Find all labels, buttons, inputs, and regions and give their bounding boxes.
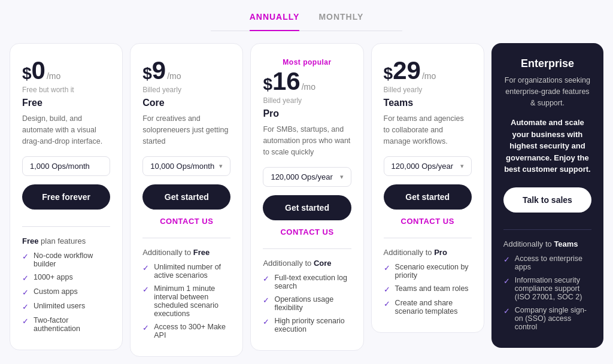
plan-desc-teams: For teams and agencies to collaborate an…: [384, 113, 472, 147]
page-wrapper: ANNUALLY MONTHLY $ 0 /mo Free but worth …: [0, 0, 613, 364]
feature-text-teams-0: Scenario execution by priority: [395, 263, 472, 280]
feature-text-ent-0: Access to enterprise apps: [515, 254, 591, 271]
check-icon-teams-0: ✓: [384, 263, 390, 272]
plan-card-free: $ 0 /mo Free but worth it Free Design, b…: [10, 43, 123, 350]
feature-text-teams-1: Teams and team roles: [395, 284, 469, 293]
ops-value-pro: 120,000 Ops/year: [271, 172, 332, 181]
billed-note-core: Billed yearly: [142, 86, 230, 94]
plan-desc-core: For creatives and solopreneuers just get…: [142, 113, 230, 147]
features-suffix-free: plan features: [38, 236, 86, 245]
features-prefix-pro: Additionally to: [263, 259, 314, 268]
talk-sales-button[interactable]: Talk to sales: [503, 187, 591, 213]
check-icon-pro-0: ✓: [263, 274, 269, 283]
features-header-enterprise: Additionally to Teams: [503, 239, 591, 248]
feature-text-1: 1000+ apps: [34, 273, 73, 281]
plan-name-free: Free: [22, 98, 110, 108]
enterprise-highlight: Automate and scale your business with hi…: [503, 117, 591, 175]
divider-core: [142, 238, 230, 238]
check-icon-1: ✓: [22, 274, 29, 283]
check-icon-2: ✓: [22, 288, 29, 297]
tab-annually[interactable]: ANNUALLY: [250, 12, 300, 26]
check-icon-ent-2: ✓: [503, 307, 510, 316]
check-icon-teams-2: ✓: [384, 299, 390, 308]
contact-us-teams[interactable]: CONTACT US: [384, 217, 472, 226]
ops-selector-core[interactable]: 10,000 Ops/month ▾: [142, 156, 230, 176]
features-header-pro: Additionally to Core: [263, 259, 351, 268]
feature-0-teams: ✓ Scenario execution by priority: [384, 263, 472, 280]
price-dollar-teams: $: [384, 64, 393, 83]
feature-text-pro-1: Operations usage flexibility: [274, 295, 351, 312]
price-row-free: $ 0 /mo: [22, 58, 110, 83]
divider-teams: [384, 238, 472, 238]
price-period-teams: /mo: [422, 71, 436, 81]
check-icon-ent-0: ✓: [503, 255, 510, 264]
cta-button-free[interactable]: Free forever: [22, 184, 110, 210]
most-popular-label: Most popular: [263, 58, 351, 66]
feature-0-core: ✓ Unlimited number of active scenarios: [142, 263, 230, 280]
price-row-pro: $ 16 /mo: [263, 69, 351, 94]
check-icon-0: ✓: [22, 252, 29, 261]
feature-2-teams: ✓ Create and share scenario templates: [384, 299, 472, 316]
price-amount-core: 9: [152, 58, 166, 83]
cta-button-core[interactable]: Get started: [142, 184, 230, 210]
plan-card-pro: Most popular $ 16 /mo Billed yearly Pro …: [250, 43, 363, 351]
plan-desc-pro: For SMBs, startups, and automation pros …: [263, 124, 351, 157]
features-bold-free: Free: [22, 236, 38, 245]
feature-text-pro-0: Full-text execution log search: [274, 274, 351, 290]
features-prefix-enterprise: Additionally to: [503, 239, 554, 248]
enterprise-title: Enterprise: [503, 57, 591, 70]
feature-4-free: ✓ Two-factor authentication: [22, 316, 110, 333]
price-dollar-free: $: [22, 64, 32, 83]
price-period-core: /mo: [167, 71, 181, 81]
feature-text-core-1: Minimum 1 minute interval between schedu…: [154, 284, 230, 318]
feature-text-2: Custom apps: [34, 287, 78, 296]
chevron-down-icon-pro: ▾: [340, 173, 344, 181]
cta-button-teams[interactable]: Get started: [384, 184, 472, 210]
feature-text-teams-2: Create and share scenario templates: [395, 299, 472, 316]
tab-monthly[interactable]: MONTHLY: [318, 12, 363, 26]
features-bold-pro: Core: [314, 259, 332, 268]
feature-text-4: Two-factor authentication: [34, 316, 110, 333]
ops-selector-teams[interactable]: 120,000 Ops/year ▾: [384, 156, 472, 176]
feature-0-free: ✓ No-code workflow builder: [22, 251, 110, 268]
ops-selector-free[interactable]: 1,000 Ops/month: [22, 156, 110, 176]
cards-container: $ 0 /mo Free but worth it Free Design, b…: [10, 43, 603, 357]
feature-text-core-2: Access to 300+ Make API: [154, 323, 230, 339]
check-icon-core-2: ✓: [142, 323, 149, 332]
check-icon-teams-1: ✓: [384, 285, 390, 294]
price-row-core: $ 9 /mo: [142, 58, 230, 83]
feature-text-3: Unlimited users: [34, 302, 85, 310]
cta-button-pro[interactable]: Get started: [263, 195, 351, 220]
price-amount-free: 0: [32, 58, 45, 83]
plan-name-teams: Teams: [384, 98, 472, 108]
price-dollar-pro: $: [263, 75, 272, 94]
price-amount-pro: 16: [272, 69, 301, 94]
feature-0-enterprise: ✓ Access to enterprise apps: [503, 254, 591, 271]
contact-us-core[interactable]: CONTACT US: [142, 217, 230, 226]
chevron-down-icon-teams: ▾: [460, 162, 464, 170]
chevron-down-icon-core: ▾: [219, 162, 223, 170]
feature-text-ent-1: Information security compliance support …: [515, 276, 591, 301]
ops-value-teams: 120,000 Ops/year: [392, 162, 453, 171]
ops-value-free: 1,000 Ops/month: [30, 162, 90, 171]
plan-card-teams: $ 29 /mo Billed yearly Teams For teams a…: [371, 43, 484, 333]
check-icon-pro-2: ✓: [263, 317, 269, 326]
contact-us-pro[interactable]: CONTACT US: [263, 228, 351, 236]
check-icon-4: ✓: [22, 317, 29, 326]
billed-note-free: Free but worth it: [22, 86, 110, 94]
feature-3-free: ✓ Unlimited users: [22, 302, 110, 311]
price-period-pro: /mo: [302, 82, 315, 92]
feature-text-pro-2: High priority scenario execution: [274, 317, 351, 333]
price-dollar-core: $: [142, 64, 152, 83]
price-row-teams: $ 29 /mo: [384, 58, 472, 83]
check-icon-ent-1: ✓: [503, 277, 510, 286]
feature-1-teams: ✓ Teams and team roles: [384, 284, 472, 294]
feature-1-enterprise: ✓ Information security compliance suppor…: [503, 276, 591, 301]
ops-value-core: 10,000 Ops/month: [150, 162, 214, 171]
features-bold-enterprise: Teams: [554, 239, 578, 248]
plan-desc-free: Design, build, and automate with a visua…: [22, 113, 110, 147]
ops-selector-pro[interactable]: 120,000 Ops/year ▾: [263, 167, 351, 187]
plan-card-enterprise: Enterprise For organizations seeking ent…: [491, 43, 603, 348]
features-header-core: Additionally to Free: [142, 248, 230, 257]
plan-name-pro: Pro: [263, 108, 351, 119]
